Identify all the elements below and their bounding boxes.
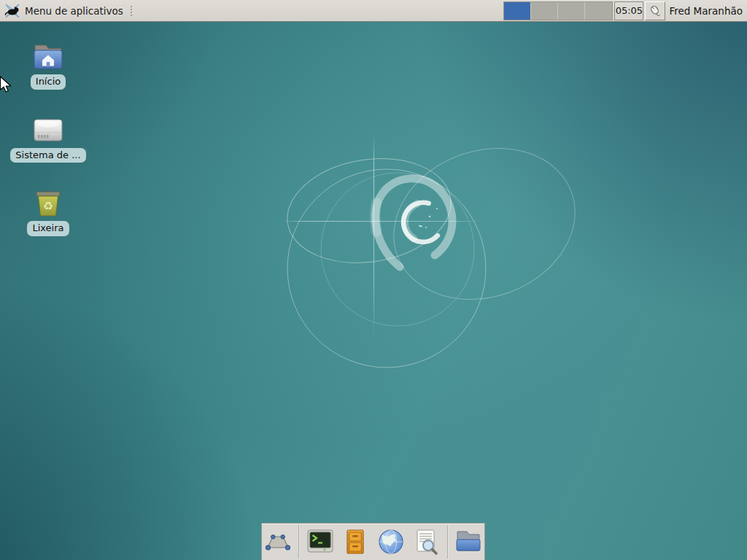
home-folder-icon bbox=[32, 42, 64, 71]
terminal-icon bbox=[306, 527, 335, 556]
workspace-2[interactable] bbox=[531, 2, 558, 20]
file-cabinet-icon bbox=[341, 527, 370, 556]
panel-clock[interactable]: 05:05 bbox=[614, 1, 643, 20]
web-browser-launcher[interactable] bbox=[375, 526, 406, 558]
trash-icon: ♻ bbox=[32, 189, 64, 218]
workspace-switcher bbox=[503, 1, 613, 20]
desktop-icon-label: Início bbox=[31, 74, 66, 90]
dock-separator bbox=[447, 525, 448, 559]
terminal-launcher[interactable] bbox=[304, 526, 336, 558]
panel-handle bbox=[131, 6, 132, 16]
file-cabinet-launcher[interactable] bbox=[340, 526, 371, 558]
desktop-screen: Início Sistema de ... bbox=[0, 0, 747, 560]
mouse-settings-button[interactable] bbox=[645, 1, 665, 20]
workspace-4[interactable] bbox=[585, 2, 612, 20]
debian-swirl bbox=[375, 179, 452, 267]
show-desktop-icon bbox=[263, 527, 293, 556]
menu-label: Menu de aplicativos bbox=[25, 5, 123, 17]
dock-separator bbox=[298, 525, 299, 559]
svg-text:♻: ♻ bbox=[43, 199, 53, 213]
workspace-3[interactable] bbox=[558, 2, 585, 20]
mouse-cursor bbox=[0, 76, 14, 93]
desktop-icon-label: Sistema de ... bbox=[10, 148, 85, 163]
workspace-1[interactable] bbox=[504, 2, 531, 20]
top-panel: Menu de aplicativos 05:05 Fred bbox=[0, 0, 747, 22]
dock bbox=[261, 523, 485, 560]
xfce-logo-icon bbox=[4, 3, 20, 19]
web-browser-icon bbox=[376, 527, 406, 556]
file-manager-launcher[interactable] bbox=[453, 526, 484, 558]
filesystem-drive-icon bbox=[32, 116, 64, 145]
username-label[interactable]: Fred Maranhão bbox=[669, 5, 743, 17]
desktop-icon-home[interactable]: Início bbox=[13, 42, 83, 90]
desktop-icons: Início Sistema de ... bbox=[13, 42, 83, 262]
desktop-icon-trash[interactable]: ♻ Lixeira bbox=[13, 189, 83, 236]
application-finder-launcher[interactable] bbox=[410, 526, 441, 558]
desktop-icon-label: Lixeira bbox=[27, 221, 69, 236]
application-finder-icon bbox=[411, 527, 441, 556]
applications-menu-button[interactable]: Menu de aplicativos bbox=[0, 0, 136, 21]
wallpaper-lines-art bbox=[0, 0, 747, 560]
wallpaper: Início Sistema de ... bbox=[0, 0, 747, 560]
mouse-icon bbox=[648, 4, 662, 18]
file-manager-icon bbox=[454, 527, 483, 556]
show-desktop-button[interactable] bbox=[262, 526, 293, 558]
desktop-icon-filesystem[interactable]: Sistema de ... bbox=[13, 116, 83, 163]
